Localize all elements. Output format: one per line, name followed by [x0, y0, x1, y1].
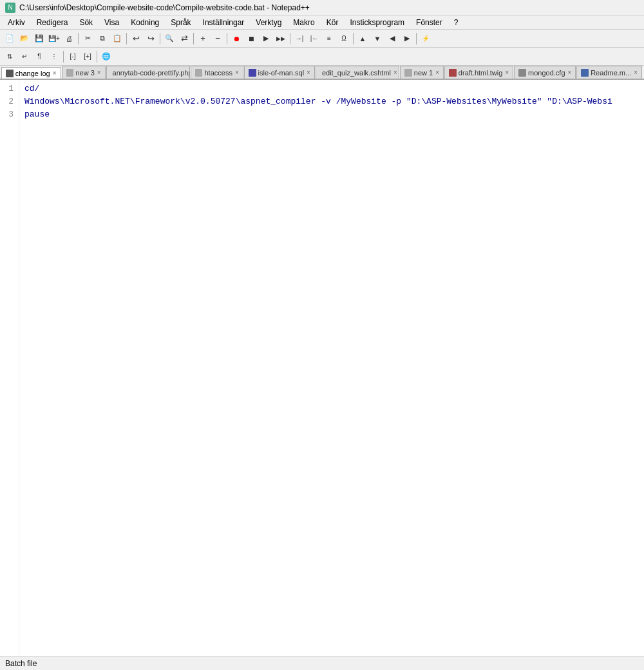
unindent-button[interactable]: |← — [307, 32, 321, 46]
show-all-chars-button[interactable]: ¶ — [32, 50, 46, 64]
find-button[interactable] — [162, 32, 176, 46]
toolbar-separator-7 — [353, 33, 354, 44]
save-button[interactable] — [32, 32, 46, 46]
indent-guide-button[interactable]: ⋮ — [47, 50, 61, 64]
code-line-1: cd/ — [24, 82, 639, 95]
unfold-button[interactable]: [+] — [80, 50, 95, 64]
tab-label-1: new 3 — [75, 69, 94, 77]
menu-item-inställningar[interactable]: Inställningar — [198, 17, 250, 28]
tab-label-3: htaccess — [204, 69, 232, 77]
menu-item-redigera[interactable]: Redigera — [32, 17, 73, 28]
toolbar2-sep-1 — [63, 51, 64, 62]
new-button[interactable] — [3, 32, 17, 46]
open-button[interactable] — [17, 32, 32, 46]
tab-close-9[interactable]: × — [634, 69, 638, 76]
menu-item-?[interactable]: ? — [449, 17, 464, 28]
tab-8[interactable]: mongod.cfg× — [514, 66, 576, 79]
tab-close-4[interactable]: × — [307, 69, 310, 76]
menu-item-makro[interactable]: Makro — [288, 17, 319, 28]
toolbar-separator-5 — [227, 33, 227, 44]
tab-close-3[interactable]: × — [235, 69, 239, 76]
macro-record-button[interactable]: ⏺ — [229, 32, 243, 46]
toolbar-separator-6 — [290, 33, 290, 44]
code-line-3: pause — [24, 108, 639, 121]
macro-play-button[interactable]: ▶ — [259, 32, 273, 46]
tab-close-6[interactable]: × — [435, 69, 439, 76]
up-arrow-button[interactable]: ▲ — [355, 32, 370, 46]
code-area[interactable]: cd/Windows\Microsoft.NET\Framework\v2.0.… — [19, 80, 644, 656]
tab-5[interactable]: edit_quiz_walk.cshtml× — [316, 66, 399, 79]
tab-close-8[interactable]: × — [568, 69, 572, 76]
macro-play-multi-button[interactable]: ▶▶ — [274, 32, 288, 46]
menu-item-arkiv[interactable]: Arkiv — [3, 17, 30, 28]
tab-label-0: change log — [15, 70, 50, 77]
statusbar-text: Batch file — [5, 659, 37, 668]
toolbar-separator-3 — [160, 33, 160, 44]
toolbar-separator-4 — [193, 33, 194, 44]
menu-item-insticksprogram[interactable]: Insticksprogram — [345, 17, 410, 28]
tab-label-8: mongod.cfg — [528, 69, 565, 77]
tabbar: change log×new 3×annytab-code-prettify.p… — [0, 66, 644, 80]
tab-0[interactable]: change log× — [1, 67, 61, 80]
right-arrow-button[interactable]: ▶ — [400, 32, 414, 46]
titlebar: N C:\Users\info\Desktop\Compile-website-… — [0, 0, 644, 15]
tab-icon-6 — [404, 69, 412, 77]
menu-item-kör[interactable]: Kör — [321, 17, 344, 28]
tab-icon-1 — [66, 69, 74, 77]
toolbar-separator-2 — [126, 33, 127, 44]
run-button[interactable]: ⚡ — [419, 32, 433, 46]
toolbar2-sep-2 — [97, 51, 97, 62]
tab-label-6: new 1 — [414, 69, 433, 77]
tab-icon-9 — [581, 69, 589, 77]
tab-icon-4 — [249, 69, 256, 77]
tab-7[interactable]: draft.html.twig× — [444, 66, 513, 79]
cut-button[interactable] — [80, 32, 95, 46]
left-arrow-button[interactable]: ◀ — [385, 32, 399, 46]
tab-label-7: draft.html.twig — [459, 69, 502, 77]
zoom-out-button[interactable]: − — [211, 32, 225, 46]
menu-item-visa[interactable]: Visa — [99, 17, 124, 28]
launch-browser-button[interactable]: 🌐 — [99, 50, 113, 64]
copy-button[interactable] — [95, 32, 109, 46]
col-editor-button[interactable]: ≡ — [322, 32, 336, 46]
tab-1[interactable]: new 3× — [62, 66, 106, 79]
tab-6[interactable]: new 1× — [400, 66, 444, 79]
indent-button[interactable]: →| — [292, 32, 307, 46]
tab-9[interactable]: Readme.m...× — [576, 66, 642, 79]
menu-item-verktyg[interactable]: Verktyg — [251, 17, 287, 28]
tab-icon-7 — [449, 69, 457, 77]
tab-label-9: Readme.m... — [591, 69, 631, 77]
down-arrow-button[interactable]: ▼ — [370, 32, 384, 46]
fold-button[interactable]: [-] — [66, 50, 80, 64]
menu-item-sök[interactable]: Sök — [74, 17, 98, 28]
toolbar2: ⇅ ↵ ¶ ⋮ [-] [+] 🌐 — [0, 48, 644, 66]
tab-close-1[interactable]: × — [97, 69, 101, 76]
char-panel-button[interactable]: Ω — [337, 32, 351, 46]
redo-button[interactable] — [144, 32, 158, 46]
menu-item-kodning[interactable]: Kodning — [126, 17, 164, 28]
zoom-in-button[interactable]: + — [196, 32, 210, 46]
code-line-2: Windows\Microsoft.NET\Framework\v2.0.507… — [24, 95, 639, 108]
tab-4[interactable]: isle-of-man.sql× — [244, 66, 315, 79]
tab-3[interactable]: htaccess× — [191, 66, 243, 79]
undo-button[interactable] — [129, 32, 143, 46]
line-number-2: 2 — [5, 95, 14, 108]
word-wrap-button[interactable]: ↵ — [17, 50, 32, 64]
line-number-1: 1 — [5, 82, 14, 95]
replace-button[interactable] — [177, 32, 191, 46]
tab-label-5: edit_quiz_walk.cshtml — [322, 69, 391, 77]
macro-stop-button[interactable]: ⏹ — [244, 32, 258, 46]
save-all-button[interactable]: 💾+ — [47, 32, 61, 46]
menu-item-språk[interactable]: Språk — [166, 17, 196, 28]
menu-item-fönster[interactable]: Fönster — [411, 17, 448, 28]
sync-scroll-button[interactable]: ⇅ — [3, 50, 17, 64]
tab-2[interactable]: annytab-code-prettify.php× — [106, 66, 190, 79]
statusbar: Batch file — [0, 656, 644, 670]
tab-close-0[interactable]: × — [53, 70, 57, 77]
toolbar-separator-8 — [416, 33, 417, 44]
tab-close-5[interactable]: × — [393, 69, 397, 76]
print-button[interactable] — [62, 32, 76, 46]
paste-button[interactable] — [110, 32, 124, 46]
tab-close-7[interactable]: × — [505, 69, 509, 76]
editor-container: 123 cd/Windows\Microsoft.NET\Framework\v… — [0, 80, 644, 656]
